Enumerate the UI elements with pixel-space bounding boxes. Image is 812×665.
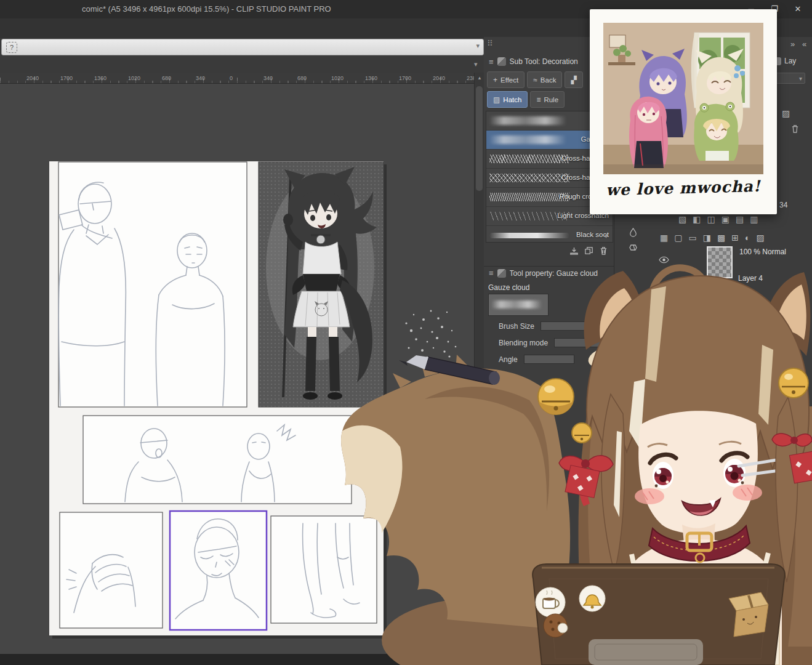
property-label: Blending mode	[499, 339, 548, 347]
subtool-group-label: Effect	[500, 76, 518, 84]
brush-item-black-soot[interactable]: Black soot	[486, 226, 613, 243]
chevron-down-icon[interactable]: ▾	[476, 42, 480, 50]
photo-character-pink	[629, 97, 668, 168]
comic-panel-2-illustration	[259, 162, 384, 407]
property-row-angle[interactable]: Angle	[484, 351, 614, 368]
brush-stroke-preview	[489, 155, 569, 163]
selection-icon[interactable]: ▧	[678, 214, 686, 224]
brush-stroke-preview	[489, 135, 569, 144]
layer-side-tools	[628, 228, 638, 252]
collapse-dock-icon[interactable]: »	[790, 39, 795, 49]
duplicate-brush-icon[interactable]	[584, 246, 593, 256]
subtool-title: Sub Tool: Decoration	[510, 57, 578, 66]
clip-studio-paint-window: comic* (A5 3496 x 4961px 600dpi 15.5%) -…	[0, 0, 812, 665]
property-row-blending-mode[interactable]: Blending mode	[484, 334, 614, 351]
panel-grid-icon[interactable]: ▨	[782, 108, 790, 118]
hatch-icon: ▨	[493, 95, 500, 104]
property-value-bar[interactable]	[524, 355, 574, 364]
brush-stroke-preview	[489, 116, 569, 125]
scroll-down-icon[interactable]: ▾	[475, 639, 484, 645]
clip-to-layer-below-icon[interactable]: ◨	[703, 233, 711, 243]
window-title: comic* (A5 3496 x 4961px 600dpi 15.5%) -…	[82, 0, 331, 18]
subtool-group-effect[interactable]: +Effect	[487, 71, 525, 88]
effect-icon: +	[493, 76, 497, 84]
property-row-brush-size[interactable]: Brush Size	[484, 318, 614, 334]
blend-droplet-icon[interactable]	[629, 228, 638, 237]
subtool-group-label: Hatch	[503, 96, 521, 103]
tool-property-header: ≡ Tool property: Gauze cloud	[484, 266, 614, 280]
subtool-group-label: Back	[541, 76, 557, 84]
polaroid-photo	[603, 23, 763, 174]
panel-drag-handle-icon[interactable]: ⠿	[487, 39, 492, 48]
scrollbar-thumb[interactable]	[476, 86, 483, 191]
tool-property-title: Tool property: Gauze cloud	[510, 269, 598, 278]
expand-dock-icon[interactable]: «	[802, 39, 806, 49]
quick-mask-icon[interactable]: ◧	[693, 214, 701, 224]
reference-layer-icon[interactable]: ▥	[750, 214, 758, 224]
brush-size-value[interactable]: 34	[779, 201, 787, 209]
ruler-tick: 2040	[26, 75, 39, 81]
layer-mask-icon[interactable]: ◐	[745, 233, 750, 243]
horizontal-ruler: 8020401700136010206803400340680102013601…	[0, 73, 474, 84]
draft-layer-icon[interactable]: ▩	[717, 233, 725, 243]
comic-panel-4	[60, 512, 163, 628]
subtool-group-rule[interactable]: ≡Rule	[530, 91, 565, 108]
layer-color-icon[interactable]: ▦	[660, 233, 668, 243]
scroll-up-icon[interactable]: ▴	[475, 75, 484, 81]
polaroid-overlay: we love mwocha!	[590, 9, 777, 214]
subtool-group-hatch[interactable]: ▨Hatch	[487, 91, 528, 108]
subtool-group-back[interactable]: ≈Back	[527, 71, 562, 88]
comic-panel-6	[271, 516, 377, 623]
import-brush-icon[interactable]	[569, 246, 579, 256]
back-icon: ≈	[533, 76, 537, 84]
delete-brush-icon[interactable]	[599, 246, 608, 256]
ruler-tick: 2380	[467, 75, 474, 81]
lock-transparent-pixels-icon[interactable]: ▤	[736, 214, 744, 224]
ruler-icon[interactable]: ◫	[707, 214, 715, 224]
merge-down-icon[interactable]: ⊞	[731, 233, 739, 243]
canvas-area[interactable]	[0, 83, 474, 654]
brush-stroke-preview	[489, 174, 569, 182]
tool-property-rows: Brush SizeBlending modeAngle	[484, 318, 614, 368]
close-icon[interactable]: ✕	[786, 0, 810, 18]
delete-icon[interactable]	[790, 124, 800, 134]
new-layer-folder-icon[interactable]: ▭	[688, 233, 696, 243]
property-value-bar[interactable]	[541, 321, 591, 331]
panel-menu-icon[interactable]: ≡	[489, 57, 494, 66]
group-photo-illustration	[603, 23, 763, 174]
layer-blend-opacity[interactable]: 100 % Normal	[739, 248, 786, 256]
layer-name[interactable]: Layer 4	[738, 274, 763, 283]
property-value-bar[interactable]	[554, 338, 605, 347]
comic-panel-1	[58, 162, 247, 407]
delete-layer-icon[interactable]: ▨	[756, 233, 764, 243]
lock-layer-icon[interactable]: ▣	[722, 214, 730, 224]
subtool-group-label: Rule	[544, 96, 558, 103]
layer-thumbnail[interactable]	[707, 246, 733, 278]
layer-visibility-eye-icon[interactable]	[659, 256, 669, 264]
layer-tab-label: Lay	[784, 57, 796, 65]
current-brush-name: Gauze cloud	[488, 283, 529, 292]
brush-preview	[488, 294, 549, 316]
canvas-vertical-scrollbar[interactable]: ▴ ▾	[474, 73, 484, 654]
toolbar-overflow-chevron[interactable]: ▾	[474, 60, 478, 68]
ruler-tick: 680	[162, 75, 171, 81]
ruler-tick: 1020	[331, 75, 344, 81]
eraser-icon[interactable]	[628, 243, 638, 252]
tool-search-bar[interactable]: ? ▾	[1, 39, 484, 55]
polaroid-caption: we love mwocha!	[590, 177, 778, 200]
help-icon[interactable]: ?	[6, 42, 17, 53]
list-scroll-chevron[interactable]: ▾	[605, 233, 608, 240]
subtool-group-pattern[interactable]: ▞	[565, 71, 582, 88]
panel-menu-icon[interactable]: ≡	[489, 268, 494, 278]
ruler-tick: 0	[230, 75, 233, 81]
brush-list-footer	[486, 244, 612, 257]
ruler-tick: 1360	[94, 75, 107, 81]
comic-panel-3	[83, 416, 352, 504]
ruler-tick: 1700	[399, 75, 411, 81]
new-raster-layer-icon[interactable]: ▢	[674, 233, 682, 243]
ruler-tick: 340	[196, 75, 205, 81]
ruler-tick: 1020	[128, 75, 140, 81]
ruler-tick: 680	[297, 75, 307, 81]
brush-stroke-preview	[489, 233, 569, 238]
ruler-tick: 1700	[60, 75, 73, 81]
